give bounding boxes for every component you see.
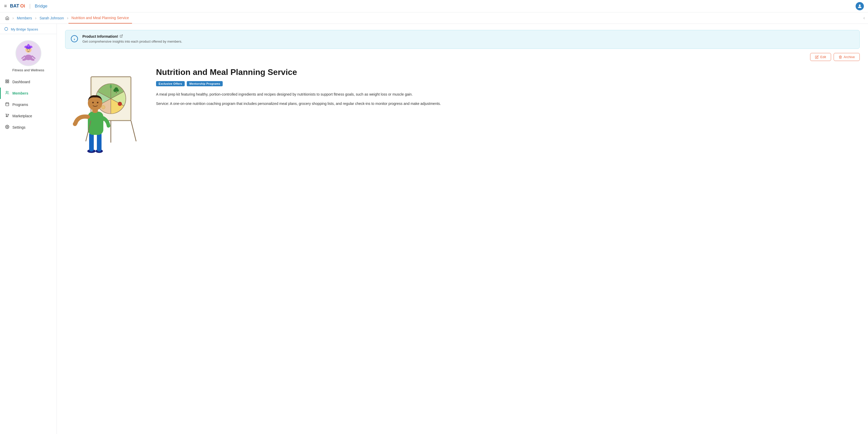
svg-point-45 <box>101 105 105 109</box>
svg-point-10 <box>27 44 29 47</box>
info-banner-icon <box>70 35 78 44</box>
tag-mentorship-programs: Mentorship Programs <box>187 81 223 86</box>
sidebar-item-marketplace[interactable]: Marketplace <box>0 110 57 122</box>
svg-point-1 <box>5 27 8 30</box>
sidebar-item-members[interactable]: Members <box>0 88 57 99</box>
info-banner-text: Product Information! Get comprehensive i… <box>83 34 182 43</box>
my-bridge-spaces-label: My Bridge Spaces <box>11 27 38 31</box>
settings-icon <box>5 125 9 130</box>
breadcrumb-sarah-johnson[interactable]: Sarah Johnson <box>36 12 67 24</box>
svg-point-24 <box>7 126 8 127</box>
edit-label: Edit <box>820 55 826 59</box>
svg-point-54 <box>92 102 94 103</box>
svg-point-14 <box>29 49 30 50</box>
sidebar-item-settings[interactable]: Settings <box>0 122 57 133</box>
info-banner-title: Product Information! <box>83 34 182 38</box>
svg-rect-41 <box>116 91 117 93</box>
settings-label: Settings <box>12 125 26 129</box>
archive-trash-icon <box>839 55 842 59</box>
sidebar-navigation: Dashboard Members Programs <box>0 76 57 133</box>
svg-point-0 <box>859 4 861 6</box>
svg-line-28 <box>121 35 123 36</box>
breadcrumb: › Members › Sarah Johnson › Nutrition an… <box>0 12 868 24</box>
my-bridge-spaces-icon <box>4 27 8 32</box>
external-link-icon <box>120 34 123 38</box>
dashboard-icon <box>5 79 9 85</box>
svg-rect-44 <box>120 102 120 103</box>
logo: BATOi <box>10 3 25 9</box>
svg-rect-20 <box>6 103 9 106</box>
home-icon <box>5 16 9 20</box>
svg-rect-48 <box>89 132 94 152</box>
menu-hamburger-icon[interactable]: ≡ <box>4 3 7 9</box>
svg-point-42 <box>110 85 112 88</box>
content-area: Product Information! Get comprehensive i… <box>57 24 868 434</box>
product-illustration <box>65 65 148 161</box>
user-avatar-icon <box>857 4 862 9</box>
product-title: Nutrition and Meal Planning Service <box>156 67 860 77</box>
breadcrumb-collapse-icon[interactable]: ‹ <box>860 15 868 21</box>
sidebar: My Bridge Spaces <box>0 24 57 434</box>
programs-label: Programs <box>12 102 28 107</box>
info-banner-description: Get comprehensive insights into each pro… <box>83 39 182 43</box>
topbar-divider: | <box>29 3 30 9</box>
product-tags: Exclusive Offers Mentorship Programs <box>156 81 860 86</box>
members-svg-icon <box>5 91 9 95</box>
product-details: Nutrition and Meal Planning Service Excl… <box>156 65 860 110</box>
programs-svg-icon <box>5 102 9 106</box>
main-layout: My Bridge Spaces <box>0 24 868 434</box>
sidebar-item-dashboard[interactable]: Dashboard <box>0 76 57 88</box>
programs-icon <box>5 102 9 107</box>
archive-label: Archive <box>844 55 855 59</box>
tag-exclusive-offers: Exclusive Offers <box>156 81 185 86</box>
settings-svg-icon <box>5 125 9 129</box>
breadcrumb-home[interactable] <box>2 12 12 24</box>
marketplace-icon <box>5 114 9 119</box>
dashboard-label: Dashboard <box>12 80 30 84</box>
product-description-1: A meal prep kit featuring healthy, porti… <box>156 91 860 98</box>
topbar: ≡ BATOi | Bridge <box>0 0 868 12</box>
sidebar-avatar-section: Fitness and Wellness <box>0 36 57 74</box>
svg-line-57 <box>131 121 136 141</box>
svg-point-13 <box>27 49 28 50</box>
breadcrumb-current-page[interactable]: Nutrition and Meal Planning Service <box>68 12 132 24</box>
logo-oi: Oi <box>20 3 25 9</box>
sidebar-avatar-illustration <box>17 41 40 65</box>
product-description-2: Service: A one-on-one nutrition coaching… <box>156 101 860 107</box>
svg-rect-17 <box>7 82 9 83</box>
info-circle-icon <box>70 35 78 43</box>
archive-button[interactable]: Archive <box>834 53 860 61</box>
space-name: Fitness and Wellness <box>10 68 46 72</box>
svg-point-51 <box>73 122 77 126</box>
sidebar-item-programs[interactable]: Programs <box>0 99 57 110</box>
dashboard-svg-icon <box>5 79 9 84</box>
my-bridge-spaces[interactable]: My Bridge Spaces <box>0 24 57 34</box>
members-label: Members <box>12 91 28 95</box>
members-icon <box>5 91 9 96</box>
svg-point-19 <box>6 91 7 92</box>
sidebar-avatar <box>16 40 41 66</box>
svg-rect-18 <box>6 82 7 83</box>
product-image-wrap <box>65 65 148 161</box>
info-banner-external-link[interactable] <box>120 34 123 38</box>
svg-rect-49 <box>97 132 101 152</box>
nutrition-illustration-svg <box>70 69 143 157</box>
user-avatar[interactable] <box>856 2 864 10</box>
svg-point-40 <box>116 89 119 92</box>
marketplace-svg-icon <box>5 114 9 118</box>
product-section: Nutrition and Meal Planning Service Excl… <box>57 61 868 169</box>
svg-rect-15 <box>6 80 7 81</box>
svg-rect-16 <box>7 80 9 81</box>
breadcrumb-members[interactable]: Members <box>14 12 35 24</box>
top-actions: Edit Archive <box>57 49 868 61</box>
logo-bat: BAT <box>10 3 20 9</box>
circle-icon <box>4 27 8 31</box>
svg-point-55 <box>97 102 98 103</box>
topbar-bridge-label[interactable]: Bridge <box>35 4 47 9</box>
info-banner: Product Information! Get comprehensive i… <box>65 30 860 49</box>
marketplace-label: Marketplace <box>12 114 32 118</box>
edit-button[interactable]: Edit <box>810 53 831 61</box>
edit-icon <box>815 55 819 59</box>
